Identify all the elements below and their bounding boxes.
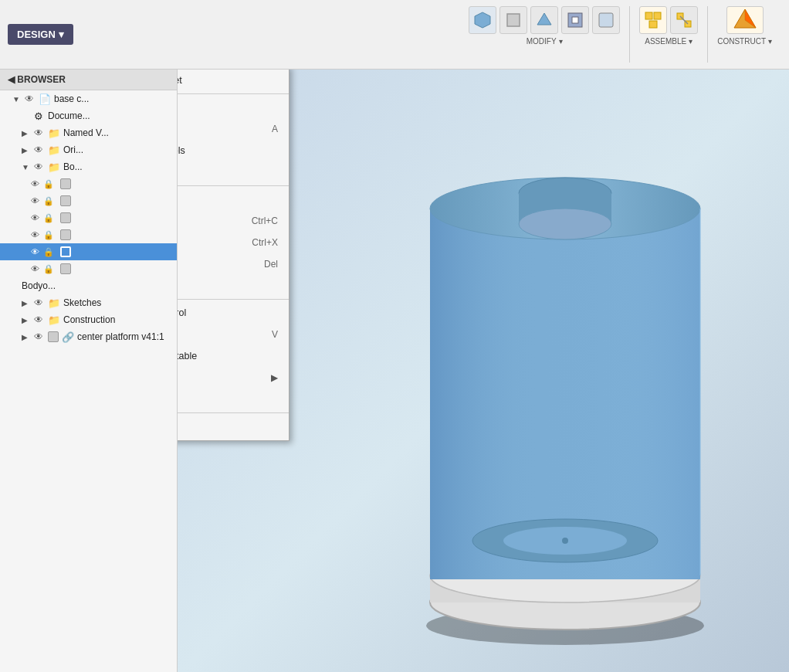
3d-model-svg xyxy=(388,131,743,657)
ctx-item-left-1: Create Selection Set xyxy=(178,73,182,87)
folder-icon-origin: 📁 xyxy=(48,144,60,156)
tree-label-bodyo: Bodyo... xyxy=(22,280,56,291)
svg-line-9 xyxy=(680,16,688,24)
ctx-item-left-4: Texture Map Controls xyxy=(178,144,185,158)
tree-item-bodies[interactable]: ▼ 👁 📁 Bo... xyxy=(0,158,177,175)
expand-arrow-bodies: ▼ xyxy=(22,163,29,171)
svg-rect-5 xyxy=(654,12,661,19)
tree-item-sketches[interactable]: ▶ 👁 📁 Sketches xyxy=(0,294,177,311)
lock-icon-body5: 🔒 xyxy=(43,247,54,257)
modify-tool-3[interactable] xyxy=(530,6,558,34)
eye-icon-body4[interactable]: 👁 xyxy=(31,230,39,239)
link-icon-center: 🔗 xyxy=(62,331,74,343)
eye-icon-named[interactable]: 👁 xyxy=(32,127,45,139)
tool-group-assemble: ASSEMBLE ▾ xyxy=(630,6,708,63)
design-button[interactable]: DESIGN ▾ xyxy=(8,24,73,45)
ctx-remove[interactable]: Remove xyxy=(178,275,289,297)
tree-item-body2[interactable]: 👁 🔒 xyxy=(0,192,177,209)
lock-icon-body1: 🔒 xyxy=(43,179,54,189)
ctx-label-display-detail: Display Detail Control xyxy=(178,307,186,318)
ctx-delete[interactable]: ✕ Delete Del xyxy=(178,253,289,275)
modify-tool-1[interactable] xyxy=(469,6,496,34)
ctx-label-selectable: Selectable/Unselectable xyxy=(178,351,197,361)
body-icon-5-selected xyxy=(60,246,71,257)
svg-rect-2 xyxy=(572,17,578,23)
ctx-shortcut-appearance: A xyxy=(272,124,278,134)
modify-icons xyxy=(469,6,620,34)
tree-item-body3[interactable]: 👁 🔒 xyxy=(0,209,177,226)
tree-item-construction[interactable]: ▶ 👁 📁 Construction xyxy=(0,311,177,328)
ctx-isolate[interactable]: Isolate xyxy=(178,389,289,410)
tool-group-construct: CONSTRUCT ▾ xyxy=(708,6,781,63)
ctx-find-in-window[interactable]: Find in Window xyxy=(178,416,289,437)
tree-item-origin[interactable]: ▶ 👁 📁 Ori... xyxy=(0,141,177,158)
ctx-properties[interactable]: Properties xyxy=(178,161,289,183)
eye-icon-origin[interactable]: 👁 xyxy=(32,144,45,156)
modify-tool-2[interactable] xyxy=(499,6,527,34)
ctx-save-as-mesh[interactable]: Save As Mesh xyxy=(178,188,289,210)
construct-arrow: ▾ xyxy=(768,37,772,46)
ctx-cut[interactable]: Cut Ctrl+X xyxy=(178,232,289,253)
svg-rect-6 xyxy=(649,21,657,28)
eye-icon-body1[interactable]: 👁 xyxy=(31,179,39,188)
ctx-appearance[interactable]: Appearance A xyxy=(178,118,289,140)
body-icon-6 xyxy=(60,263,71,274)
assemble-label[interactable]: ASSEMBLE ▾ xyxy=(645,37,692,46)
sep-3 xyxy=(178,412,289,413)
modify-label[interactable]: MODIFY ▾ xyxy=(527,37,563,46)
modify-tool-5[interactable] xyxy=(592,6,620,34)
viewport[interactable]: Create Selection Set Physical Material xyxy=(178,70,789,672)
eye-icon-body2[interactable]: 👁 xyxy=(31,196,39,205)
eye-icon-body5[interactable]: 👁 xyxy=(31,247,39,256)
ctx-display-detail-control[interactable]: Display Detail Control xyxy=(178,302,289,324)
tree-item-bodyo[interactable]: Bodyo... xyxy=(0,277,177,294)
body-icon-3 xyxy=(60,212,71,223)
modify-tool-4[interactable] xyxy=(561,6,589,34)
eye-icon-body3[interactable]: 👁 xyxy=(31,213,39,222)
tree-item-center-platform[interactable]: ▶ 👁 🔗 center platform v41:1 xyxy=(0,328,177,345)
ctx-copy[interactable]: Copy Ctrl+C xyxy=(178,210,289,232)
svg-rect-0 xyxy=(507,14,520,26)
doc-icon-base: 📄 xyxy=(39,93,51,105)
gear-icon-doc: ⚙ xyxy=(32,110,45,122)
eye-icon-base[interactable]: 👁 xyxy=(23,93,36,105)
ctx-opacity-control[interactable]: Opacity Control ▶ xyxy=(178,367,289,389)
tree-label-origin: Ori... xyxy=(63,144,83,155)
ctx-physical-material[interactable]: Physical Material xyxy=(178,97,289,118)
body-icon-1 xyxy=(60,178,71,189)
body-icon-2 xyxy=(60,195,71,206)
eye-icon-bodies[interactable]: 👁 xyxy=(32,161,45,173)
eye-icon-center[interactable]: 👁 xyxy=(32,331,45,343)
eye-icon-body6[interactable]: 👁 xyxy=(31,264,39,273)
tree-item-named[interactable]: ▶ 👁 📁 Named V... xyxy=(0,124,177,141)
tree-item-base[interactable]: ▼ 👁 📄 base c... xyxy=(0,90,177,107)
folder-icon-bodies: 📁 xyxy=(48,161,60,173)
eye-icon-construction[interactable]: 👁 xyxy=(32,314,45,326)
tree-item-body4[interactable]: 👁 🔒 xyxy=(0,226,177,243)
ctx-show-hide[interactable]: Show/Hide V xyxy=(178,324,289,345)
toolbar: DESIGN ▾ xyxy=(0,0,789,70)
assemble-icons xyxy=(639,6,698,34)
tree-item-body5-selected[interactable]: 👁 🔒 xyxy=(0,243,177,260)
sep-0 xyxy=(178,93,289,94)
svg-rect-3 xyxy=(599,13,613,27)
tree-item-body6[interactable]: 👁 🔒 xyxy=(0,260,177,277)
ctx-shortcut-cut: Ctrl+X xyxy=(252,237,278,248)
construct-label[interactable]: CONSTRUCT ▾ xyxy=(717,37,772,46)
eye-icon-sketches[interactable]: 👁 xyxy=(32,297,45,309)
tree-label-center: center platform v41:1 xyxy=(77,331,164,342)
assemble-tool-1[interactable] xyxy=(639,6,667,34)
tree-item-body1[interactable]: 👁 🔒 xyxy=(0,175,177,192)
ctx-create-selection-set[interactable]: Create Selection Set xyxy=(178,70,289,91)
body-icon-4 xyxy=(60,229,71,240)
construct-tool-1[interactable] xyxy=(726,6,764,34)
tool-group-modify: MODIFY ▾ xyxy=(459,6,630,63)
sidebar: ◀ BROWSER ▼ 👁 📄 base c... ⚙ Docume... ▶ … xyxy=(0,70,178,672)
assemble-tool-2[interactable] xyxy=(670,6,698,34)
svg-point-44 xyxy=(562,538,568,544)
tree-item-document[interactable]: ⚙ Docume... xyxy=(0,107,177,124)
ctx-arrow-opacity: ▶ xyxy=(271,372,278,383)
ctx-texture-map-controls[interactable]: Texture Map Controls xyxy=(178,140,289,161)
ctx-selectable[interactable]: Selectable/Unselectable xyxy=(178,345,289,367)
toolbar-left: DESIGN ▾ xyxy=(8,24,73,45)
